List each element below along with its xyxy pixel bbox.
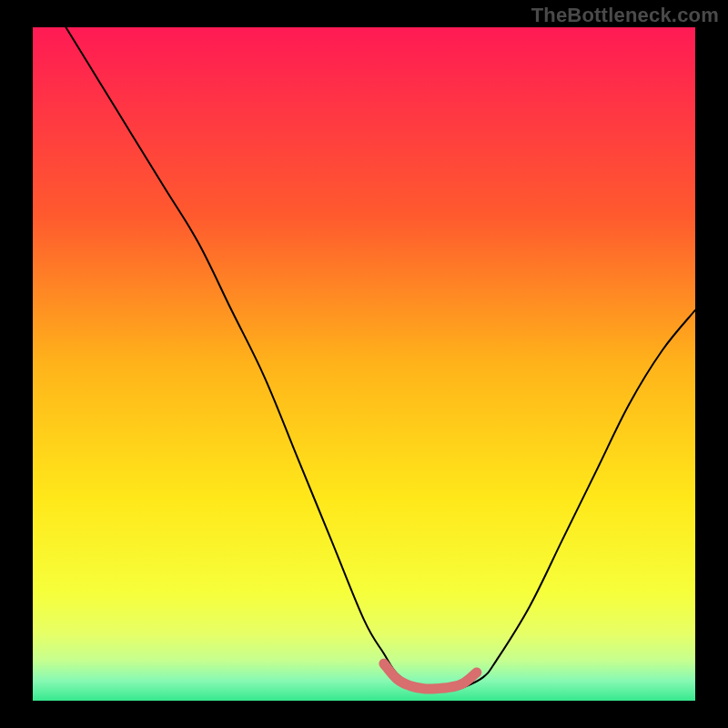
plot-area [33, 27, 695, 701]
bottom-marker [384, 663, 477, 689]
bottleneck-curve [66, 27, 695, 691]
plot-frame [33, 27, 695, 701]
curve-layer [33, 27, 695, 701]
watermark-text: TheBottleneck.com [531, 4, 719, 27]
chart-stage: TheBottleneck.com [0, 0, 728, 728]
